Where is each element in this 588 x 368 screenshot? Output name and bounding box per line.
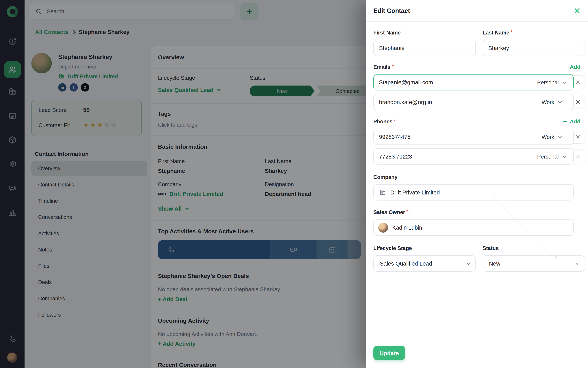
phone-row: 77283 71223 Personal xyxy=(373,148,585,165)
add-phone-button[interactable]: Add xyxy=(562,119,580,125)
plus-icon xyxy=(562,119,567,124)
sales-owner-label: Sales Owner xyxy=(373,209,405,215)
app-window: $ xyxy=(0,0,588,368)
last-name-label: Last Name xyxy=(483,30,509,36)
chevron-down-icon xyxy=(576,261,580,265)
status-select[interactable]: New xyxy=(483,255,585,272)
company-field[interactable]: Drift Private Limited xyxy=(373,184,574,201)
lifecycle-stage-select[interactable]: Sales Qualified Lead xyxy=(373,255,476,272)
chevron-down-icon xyxy=(558,134,562,138)
email-row: Stapanie@gmail.com Personal xyxy=(373,74,585,91)
sales-owner-select[interactable]: Kadin Lubin xyxy=(373,220,574,236)
building-icon xyxy=(379,189,386,196)
emails-label: Emails xyxy=(373,64,390,70)
email-row: brandon.kate@org.in Work xyxy=(373,94,585,110)
status-label: Status xyxy=(483,245,499,251)
close-icon xyxy=(575,80,580,85)
close-icon xyxy=(575,100,580,104)
chevron-down-icon xyxy=(467,261,470,265)
email-field[interactable]: brandon.kate@org.in xyxy=(374,94,529,110)
update-button[interactable]: Update xyxy=(373,346,405,360)
phone-type-select[interactable]: Work xyxy=(529,129,573,145)
sales-owner-avatar xyxy=(378,222,388,232)
phone-type-select[interactable]: Personal xyxy=(529,149,573,164)
first-name-label: First Name xyxy=(373,30,401,36)
email-type-select[interactable]: Personal xyxy=(529,74,573,90)
required-marker: * xyxy=(402,29,404,36)
email-type-select[interactable]: Work xyxy=(529,94,573,110)
phone-field[interactable]: 77283 71223 xyxy=(374,149,529,164)
last-name-field[interactable]: Sharkey xyxy=(483,40,585,56)
phone-field[interactable]: 9928374475 xyxy=(374,129,529,145)
phone-row: 9928374475 Work xyxy=(373,129,585,145)
chevron-down-icon xyxy=(562,80,566,84)
plus-icon xyxy=(562,64,567,70)
first-name-field[interactable]: Stephanie xyxy=(373,40,476,56)
edit-contact-panel: Edit Contact First Name* Stephanie Last … xyxy=(366,0,588,368)
required-marker: * xyxy=(510,29,513,36)
add-email-button[interactable]: Add xyxy=(562,64,580,70)
close-icon xyxy=(575,154,580,159)
close-icon xyxy=(574,7,580,14)
company-label: Company xyxy=(373,174,397,180)
lifecycle-stage-label: Lifecycle Stage xyxy=(373,245,412,251)
panel-title: Edit Contact xyxy=(373,7,410,14)
email-field[interactable]: Stapanie@gmail.com xyxy=(374,74,529,90)
required-marker: * xyxy=(394,118,396,124)
close-panel-button[interactable] xyxy=(574,7,580,14)
chevron-down-icon xyxy=(562,154,566,158)
required-marker: * xyxy=(392,64,394,70)
chevron-down-icon xyxy=(558,100,562,103)
required-marker: * xyxy=(406,209,409,215)
phones-label: Phones xyxy=(373,119,392,125)
close-icon xyxy=(575,134,580,139)
